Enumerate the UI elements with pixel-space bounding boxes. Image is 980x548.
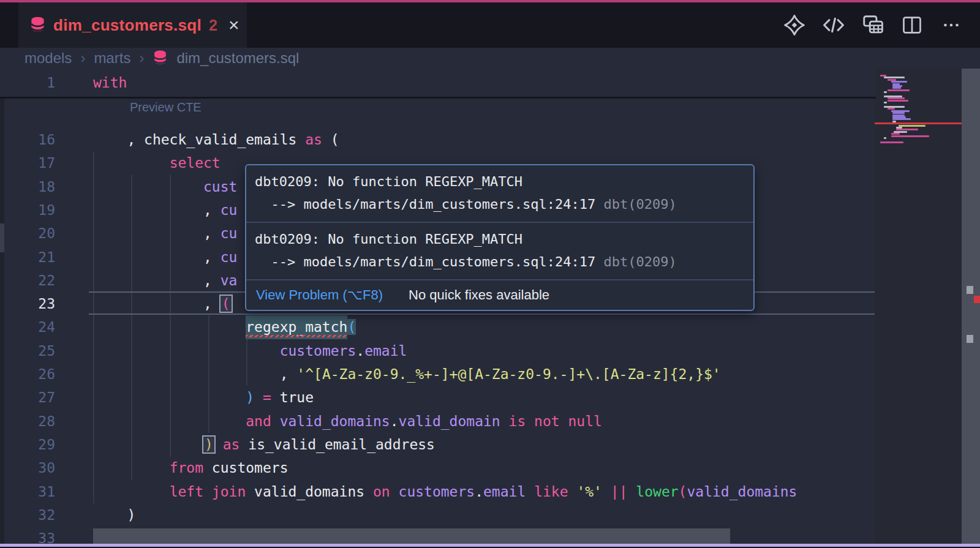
minimap-code-line [888, 108, 895, 110]
breadcrumb-file[interactable]: dim_customers.sql [176, 50, 299, 67]
word-highlight-regexp-match: regexp_match [246, 315, 347, 339]
code-line-26[interactable]: , '^[A-Za-z0-9._%+-]+@[A-Za-z0-9.-]+\.[A… [0, 362, 876, 386]
minimap-code-line [888, 100, 908, 102]
sticky-scroll-line[interactable]: 1 with [0, 69, 876, 99]
close-tab-icon[interactable]: × [228, 16, 239, 34]
problem-source: dbt(0209) [604, 254, 677, 269]
minimap-code-line [880, 141, 903, 143]
codelens-preview-cte[interactable]: Preview CTE [130, 100, 202, 114]
overview-error-mark [974, 296, 980, 303]
problem-source: dbt(0209) [604, 197, 677, 212]
breadcrumb: models › marts › dim_customers.sql [0, 48, 980, 69]
minimap-code-line [884, 91, 887, 93]
tab-bar: dim_customers.sql 2 × [0, 2, 980, 48]
query-results-icon[interactable] [861, 13, 884, 37]
code-line-16[interactable]: , check_valid_emails as ( [0, 128, 876, 152]
tab-title: dim_customers.sql [53, 16, 202, 35]
split-editor-icon[interactable] [900, 13, 924, 37]
code-line-30[interactable]: from customers [0, 456, 876, 480]
minimap-code-line [891, 135, 929, 137]
code-line-24[interactable]: regexp_match( [0, 315, 876, 339]
editor-actions [783, 2, 963, 48]
minimap-code-line [891, 81, 907, 83]
tab-dim-customers[interactable]: dim_customers.sql 2 × [18, 2, 247, 48]
chevron-right-icon: › [80, 50, 85, 67]
code-line-29[interactable]: ) as is_valid_email_address [0, 433, 876, 457]
minimap-code-line [899, 125, 925, 127]
minimap-code-line [892, 118, 911, 120]
view-problem-link[interactable]: View Problem (⌥F8) [256, 287, 383, 303]
database-icon [29, 15, 46, 36]
breadcrumb-models[interactable]: models [24, 50, 72, 67]
minimap-code-line [884, 77, 905, 78]
database-icon [153, 49, 168, 69]
minimap-code-line [896, 129, 918, 130]
code-line-31[interactable]: left join valid_domains on customers.ema… [0, 480, 876, 504]
compiled-code-icon[interactable] [822, 13, 845, 37]
minimap-error-line [875, 122, 962, 124]
no-quick-fixes-label: No quick fixes available [409, 287, 549, 303]
error-hover-tooltip: dbt0209: No function REGEXP_MATCH --> mo… [245, 164, 755, 311]
horizontal-scrollbar[interactable] [93, 528, 730, 544]
window-accent-line [0, 0, 980, 2]
minimap-code-line [884, 102, 887, 103]
overview-highlight-mark [967, 286, 973, 294]
dbt-icon[interactable] [783, 13, 806, 37]
minimap-code-line [891, 133, 900, 135]
minimap-code-line [892, 87, 901, 89]
minimap[interactable] [875, 69, 962, 544]
problem-block-1: dbt0209: No function REGEXP_MATCH --> mo… [246, 165, 753, 223]
line-number-1[interactable]: 1 [0, 70, 55, 95]
hover-status-bar: View Problem (⌥F8) No quick fixes availa… [246, 280, 753, 310]
overview-highlight-mark [967, 335, 973, 343]
vertical-scrollbar[interactable] [962, 69, 980, 544]
chevron-right-icon: › [139, 50, 144, 67]
minimap-code-line [892, 112, 905, 114]
code-line-28[interactable]: and valid_domains.valid_domain is not nu… [0, 410, 876, 434]
editor-window: dim_customers.sql 2 × [0, 0, 980, 548]
code-line-27[interactable]: ) = true [0, 386, 876, 410]
breadcrumb-marts[interactable]: marts [94, 50, 130, 67]
more-actions-icon[interactable] [940, 13, 963, 37]
code-line-32[interactable]: ) [0, 503, 876, 527]
error-squiggle [246, 335, 347, 337]
code-line-25[interactable]: customers.email [0, 339, 876, 363]
minimap-code-line [888, 89, 910, 91]
sticky-keyword: with [93, 70, 127, 95]
problem-block-2: dbt0209: No function REGEXP_MATCH --> mo… [246, 223, 753, 280]
tab-problem-badge: 2 [209, 17, 217, 34]
minimap-code-line [888, 97, 905, 99]
code-editor[interactable]: 16 , check_valid_emails as (17 select18 … [0, 69, 980, 544]
minimap-code-line [884, 137, 886, 139]
